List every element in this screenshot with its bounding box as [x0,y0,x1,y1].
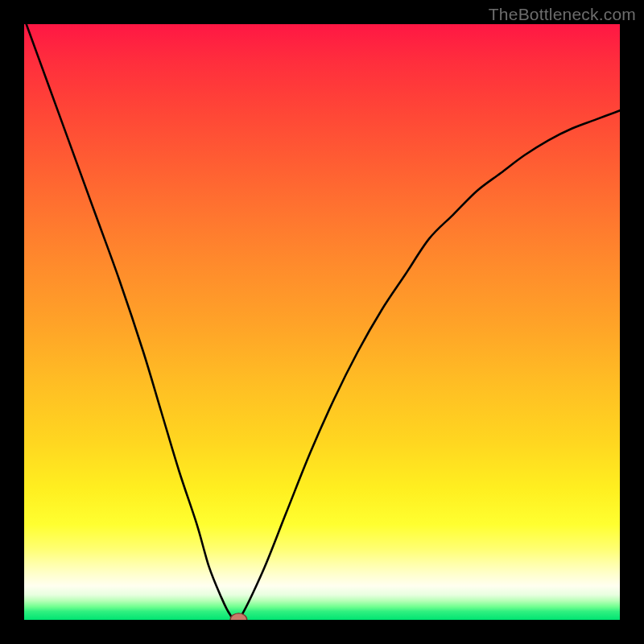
optimal-point-marker [230,613,247,620]
plot-area [24,24,620,620]
watermark-text: TheBottleneck.com [489,5,636,24]
curve-layer [24,24,620,620]
chart-frame: TheBottleneck.com [0,0,644,644]
bottleneck-curve [24,24,620,620]
